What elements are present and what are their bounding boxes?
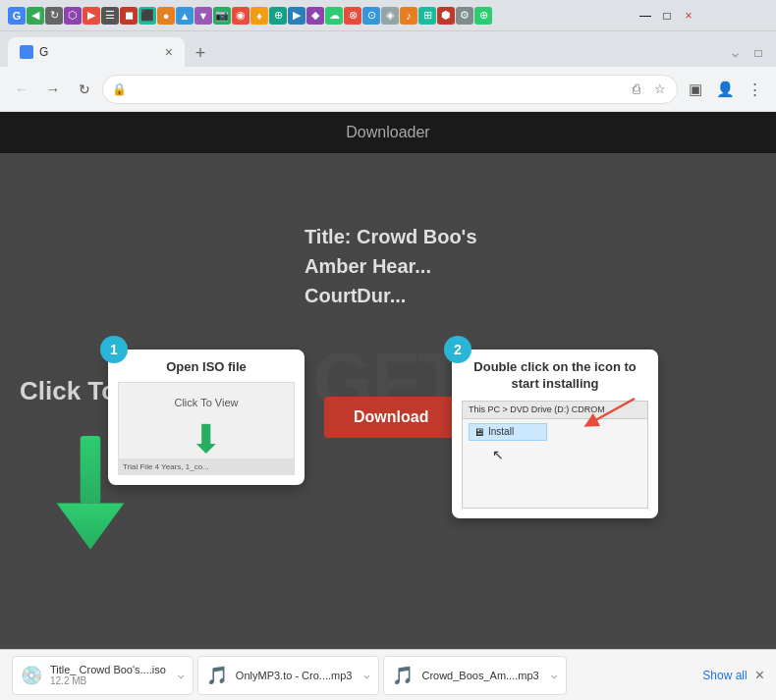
ext-icon-24[interactable]: ⬢ (437, 7, 455, 25)
download-bar: 💿 Title_ Crowd Boo's....iso 12.2 MB ⌵ 🎵 … (0, 649, 776, 700)
red-arrow (581, 394, 639, 437)
browser-frame: G ◀ ↻ ⬡ ▶ ☰ ◼ ⬛ ● ▲ ▼ 📷 ◉ ♦ ⊕ ▶ ◆ ☁ ⊗ ⊙ … (0, 0, 776, 700)
address-right-icons: ⎙ ☆ (627, 80, 670, 99)
window-close[interactable]: × (680, 7, 697, 25)
download-item-3-name: Crowd_Boos_Am....mp3 (421, 670, 538, 681)
download-item-3-info: Crowd_Boos_Am....mp3 (421, 670, 538, 681)
page-background: GFT Downloader Click To View (0, 112, 776, 649)
extensions-row: G ◀ ↻ ⬡ ▶ ☰ ◼ ⬛ ● ▲ ▼ 📷 ◉ ♦ ⊕ ▶ ◆ ☁ ⊗ ⊙ … (0, 0, 776, 31)
step1-title: Open ISO file (118, 359, 295, 374)
ext-icon-9[interactable]: ● (157, 7, 175, 25)
ext-icon-19[interactable]: ⊗ (344, 7, 361, 25)
step2-title: Double click on the icon to start instal… (462, 359, 648, 393)
tab-expand-btn[interactable]: □ (748, 43, 768, 63)
explorer-body: 🖥 Install ↖ (463, 419, 647, 445)
tab-favicon (20, 45, 33, 59)
step2-explorer: This PC > DVD Drive (D:) CDROM 🖥 Install… (462, 401, 648, 509)
ext-icons-group: G ◀ ↻ ⬡ ▶ ☰ ◼ ⬛ ● ▲ ▼ 📷 ◉ ♦ ⊕ ▶ ◆ ☁ ⊗ ⊙ … (4, 7, 496, 25)
download-item-1-icon: 💿 (21, 665, 42, 686)
ext-icon-7[interactable]: ◼ (120, 7, 138, 25)
tab-bar-right: ⌵ □ (725, 43, 768, 67)
ext-icon-2[interactable]: ◀ (27, 7, 44, 25)
page-header: Downloader (0, 112, 776, 153)
ext-icon-8[interactable]: ⬛ (139, 7, 156, 25)
tab-list-btn[interactable]: ⌵ (725, 43, 745, 63)
show-all-button[interactable]: Show all (702, 669, 747, 682)
title-line2: Amber Hear... (305, 251, 477, 281)
explorer-cursor: ↖ (492, 447, 504, 462)
step1-bottom-bar: Trial File 4 Years, 1_co... (119, 458, 294, 474)
ext-icon-20[interactable]: ⊙ (362, 7, 380, 25)
download-item-2-info: OnlyMP3.to - Cro....mp3 (236, 670, 353, 681)
step1-image-text: Click To View (174, 397, 238, 408)
download-item-1-name: Title_ Crowd Boo's....iso (50, 664, 166, 675)
ext-icon-23[interactable]: ⊞ (418, 7, 436, 25)
title-line3: CourtDur... (305, 281, 477, 310)
step2-badge: 2 (444, 336, 471, 363)
ext-icon-5[interactable]: ▶ (83, 7, 100, 25)
ext-icon-12[interactable]: 📷 (213, 7, 231, 25)
ext-icon-g[interactable]: G (8, 7, 26, 25)
ext-icon-26[interactable]: ⊕ (474, 7, 492, 25)
ext-icon-18[interactable]: ☁ (325, 7, 343, 25)
ext-icon-16[interactable]: ▶ (288, 7, 305, 25)
ext-icon-22[interactable]: ♪ (400, 7, 417, 25)
download-item-3-expand[interactable]: ⌵ (551, 669, 558, 681)
download-item-1-expand[interactable]: ⌵ (178, 669, 185, 681)
tab-close-btn[interactable]: × (165, 44, 173, 60)
tab-bar: G × + ⌵ □ (0, 31, 776, 67)
star-icon[interactable]: ☆ (650, 80, 670, 99)
lock-icon: 🔒 (112, 82, 127, 96)
page-header-title: Downloader (346, 124, 429, 141)
active-tab[interactable]: G × (8, 37, 185, 67)
tab-label: G (39, 45, 48, 59)
ext-icon-17[interactable]: ◆ (306, 7, 324, 25)
address-wrapper: 🔒 ⎙ ☆ (102, 75, 678, 104)
download-item-2: 🎵 OnlyMP3.to - Cro....mp3 ⌵ (197, 656, 380, 695)
address-bar: ← → ↻ 🔒 ⎙ ☆ ▣ 👤 ⋮ (0, 67, 776, 112)
step1-bottom-text: Trial File 4 Years, 1_co... (123, 462, 209, 471)
ext-icon-15[interactable]: ⊕ (269, 7, 287, 25)
profile-btn[interactable]: 👤 (711, 76, 739, 103)
svg-marker-1 (57, 503, 125, 549)
download-item-1-info: Title_ Crowd Boo's....iso 12.2 MB (50, 664, 166, 686)
page-title-area: Title: Crowd Boo's Amber Hear... CourtDu… (305, 222, 477, 310)
menu-btn[interactable]: ⋮ (741, 76, 768, 103)
download-item-2-expand[interactable]: ⌵ (363, 669, 370, 681)
download-item-3: 🎵 Crowd_Boos_Am....mp3 ⌵ (383, 656, 566, 695)
ext-icon-21[interactable]: ◈ (381, 7, 399, 25)
ext-icon-25[interactable]: ⚙ (456, 7, 473, 25)
download-button[interactable]: Download (324, 397, 458, 438)
back-button[interactable]: ← (8, 76, 35, 103)
step1-arrow-icon: ⬇ (190, 416, 223, 461)
window-restore[interactable]: □ (658, 7, 676, 25)
toolbar-right: ▣ 👤 ⋮ (682, 76, 768, 103)
ext-icon-4[interactable]: ⬡ (64, 7, 82, 25)
download-item-1-size: 12.2 MB (50, 675, 166, 686)
new-tab-btn[interactable]: + (187, 39, 214, 67)
address-input[interactable] (102, 75, 678, 104)
step1-badge: 1 (100, 336, 128, 363)
main-content: GFT Downloader Click To View (0, 112, 776, 649)
svg-rect-0 (81, 436, 101, 504)
page-inner: Click To View (0, 153, 776, 649)
ext-icon-3[interactable]: ↻ (45, 7, 63, 25)
ext-icon-11[interactable]: ▼ (194, 7, 212, 25)
reader-mode-btn[interactable]: ▣ (682, 76, 709, 103)
explorer-install-item[interactable]: 🖥 Install (469, 423, 547, 441)
share-icon[interactable]: ⎙ (627, 80, 646, 99)
window-minimize[interactable]: — (637, 7, 654, 25)
ext-icon-6[interactable]: ☰ (101, 7, 119, 25)
refresh-button[interactable]: ↻ (71, 76, 98, 103)
install-item-text: Install (488, 426, 514, 437)
title-line1: Title: Crowd Boo's (305, 222, 477, 251)
install-item-icon: 🖥 (473, 426, 484, 438)
download-item-2-name: OnlyMP3.to - Cro....mp3 (236, 670, 353, 681)
page-title: Title: Crowd Boo's Amber Hear... CourtDu… (305, 222, 477, 310)
ext-icon-13[interactable]: ◉ (232, 7, 249, 25)
download-bar-right: Show all × (702, 667, 764, 684)
ext-icon-14[interactable]: ♦ (250, 7, 268, 25)
forward-button[interactable]: → (39, 76, 67, 103)
ext-icon-10[interactable]: ▲ (176, 7, 194, 25)
close-download-bar-button[interactable]: × (755, 667, 764, 684)
